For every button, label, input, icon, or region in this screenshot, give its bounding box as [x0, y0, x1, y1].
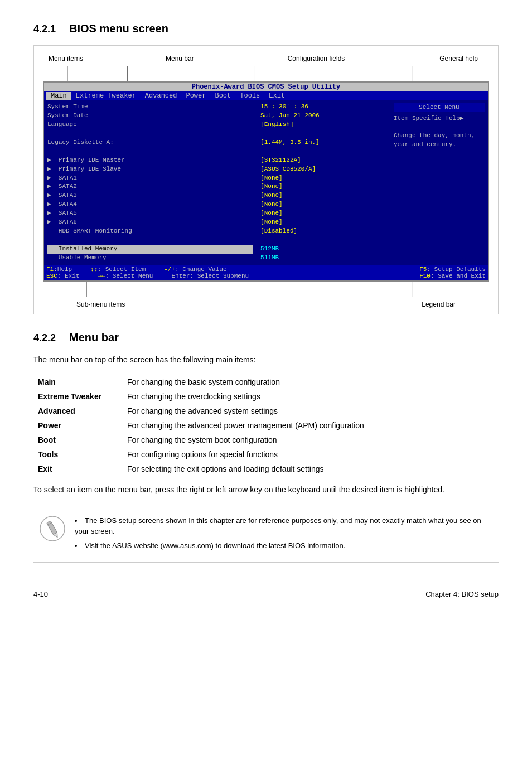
bios-val-system-time: 15 : 30' : 36	[260, 103, 386, 112]
bios-row-sata1: ▶ SATA1	[47, 174, 253, 183]
section-422-number: 4.2.2	[33, 332, 56, 344]
bios-val-spacer3	[260, 236, 386, 245]
bios-legend-f5: F5: Setup Defaults	[419, 266, 486, 273]
section-422: 4.2.2 Menu bar The menu bar on top of th…	[33, 331, 499, 563]
bios-legend-plusminus: -/+	[164, 266, 175, 273]
bios-legend-f1: F1	[46, 266, 54, 273]
bios-menu-exit[interactable]: Exit	[264, 92, 289, 100]
bios-val-sata5: [None]	[260, 209, 386, 218]
bios-help-title: Select Menu	[394, 103, 485, 112]
bios-legend-lr-arrows: →←	[98, 273, 105, 279]
bios-val-primary-slave: [ASUS CD8520/A]	[260, 165, 386, 174]
bios-val-system-date: Sat, Jan 21 2006	[260, 112, 386, 120]
bios-legend-change-val: : Change Value	[175, 266, 226, 273]
bios-row-sata3: ▶ SATA3	[47, 191, 253, 200]
bios-val-sata3: [None]	[260, 191, 386, 200]
bios-help-spacer	[394, 123, 485, 132]
sub-legend-labels: Sub-menu items Legend bar	[43, 301, 489, 308]
bios-legend: F1:Help ↕↕: Select Item -/+: Change Valu…	[44, 265, 488, 280]
menu-item-desc: For configuring options for special func…	[123, 447, 499, 462]
bios-help-line2: Change the day, month,	[394, 132, 485, 140]
bios-row-system-date: System Date	[47, 112, 253, 120]
bios-legend-exit: : Exit	[57, 273, 94, 279]
menu-table-row: ToolsFor configuring options for special…	[33, 447, 499, 462]
section-421-number: 4.2.1	[33, 23, 56, 35]
connector-lines	[43, 66, 489, 81]
sub-menu-label: Sub-menu items	[76, 301, 125, 308]
bios-row-sata6: ▶ SATA6	[47, 218, 253, 227]
bios-menu-advanced[interactable]: Advanced	[141, 92, 182, 100]
bios-menu-power[interactable]: Power	[181, 92, 210, 100]
menu-table-row: AdvancedFor changing the advanced system…	[33, 404, 499, 418]
footer-chapter: Chapter 4: BIOS setup	[425, 590, 499, 598]
bios-row-primary-master: ▶ Primary IDE Master	[47, 156, 253, 165]
menu-item-desc: For changing the basic system configurat…	[123, 375, 499, 389]
bios-row-hdd-smart: HDD SMART Monitoring	[47, 227, 253, 236]
bios-legend-esc: ESC	[46, 273, 57, 279]
footer-page-number: 4-10	[33, 590, 48, 598]
bios-legend-select-item: : Select Item	[98, 266, 160, 273]
bios-row-sata5: ▶ SATA5	[47, 209, 253, 218]
bios-row-spacer1	[47, 129, 253, 138]
bios-val-sata6: [None]	[260, 218, 386, 227]
note-icon	[39, 515, 66, 542]
menu-item-label: Advanced	[33, 404, 123, 418]
bios-row-sata4: ▶ SATA4	[47, 200, 253, 209]
bios-legend-f10: F10: Save and Exit	[419, 273, 486, 279]
menu-item-label: Extreme Tweaker	[33, 389, 123, 404]
bios-val-usable-mem: 511MB	[260, 254, 386, 263]
bios-title-bar: Phoenix-Award BIOS CMOS Setup Utility	[44, 83, 488, 91]
bios-legend-select-menu: : Select Menu	[105, 273, 168, 279]
svg-rect-7	[47, 521, 57, 535]
label-config-fields: Configuration fields	[277, 55, 355, 62]
bios-body: System Time System Date Language Legacy …	[44, 100, 488, 265]
bios-screen: Phoenix-Award BIOS CMOS Setup Utility Ma…	[43, 81, 489, 282]
menu-item-label: Tools	[33, 447, 123, 462]
section-421-title: BIOS menu screen	[69, 22, 168, 35]
menu-items-table: MainFor changing the basic system config…	[33, 375, 499, 476]
bios-left-section: System Time System Date Language Legacy …	[47, 103, 253, 263]
menu-item-desc: For changing the advanced system setting…	[123, 404, 499, 418]
menu-item-desc: For changing the advanced power manageme…	[123, 418, 499, 433]
menu-table-row: MainFor changing the basic system config…	[33, 375, 499, 389]
bios-val-language: [English]	[260, 120, 386, 129]
note-content: The BIOS setup screens shown in this cha…	[75, 515, 493, 555]
bios-val-spacer2	[260, 147, 386, 156]
bios-row-language: Language	[47, 120, 253, 129]
bios-val-installed-mem: 512MB	[260, 245, 386, 254]
menu-item-label: Power	[33, 418, 123, 433]
bios-menu-main[interactable]: Main	[46, 92, 71, 100]
bios-row-legacy: Legacy Diskette A:	[47, 138, 253, 147]
bios-legend-left: F1:Help ↕↕: Select Item -/+: Change Valu…	[46, 266, 249, 279]
bios-val-spacer1	[260, 129, 386, 138]
section-421-heading: 4.2.1 BIOS menu screen	[33, 22, 499, 35]
bios-legend-help: :Help	[54, 266, 86, 273]
bios-menu-tools[interactable]: Tools	[235, 92, 264, 100]
bios-row-sata2: ▶ SATA2	[47, 182, 253, 191]
bios-diagram: Menu items Menu bar Configuration fields…	[33, 45, 499, 314]
menu-item-desc: For selecting the exit options and loadi…	[123, 462, 499, 476]
label-menu-items: Menu items	[49, 55, 99, 62]
bios-row-installed-mem: Installed Memory	[47, 245, 253, 254]
bios-center-section: 15 : 30' : 36 Sat, Jan 21 2006 [English]…	[260, 103, 386, 263]
note-box: The BIOS setup screens shown in this cha…	[33, 507, 499, 563]
menu-table-row: BootFor changing the system boot configu…	[33, 433, 499, 447]
bios-legend-right: F5: Setup Defaults F10: Save and Exit	[419, 266, 486, 279]
bios-val-legacy: [1.44M, 3.5 in.]	[260, 138, 386, 147]
bios-val-hdd-smart: [Disabled]	[260, 227, 386, 236]
bios-val-sata2: [None]	[260, 182, 386, 191]
legend-bar-label: Legend bar	[422, 301, 456, 308]
label-general-help: General help	[422, 55, 478, 62]
menu-item-label: Main	[33, 375, 123, 389]
bios-menu-extreme[interactable]: Extreme Tweaker	[71, 92, 141, 100]
menu-table-row: Extreme TweakerFor changing the overcloc…	[33, 389, 499, 404]
bios-val-sata4: [None]	[260, 200, 386, 209]
page-footer: 4-10 Chapter 4: BIOS setup	[33, 585, 499, 598]
menu-item-desc: For changing the overclocking settings	[123, 389, 499, 404]
bios-row-spacer2	[47, 147, 253, 156]
menu-item-label: Exit	[33, 462, 123, 476]
bios-row-usable-mem: Usable Memory	[47, 254, 253, 263]
section-421: 4.2.1 BIOS menu screen Menu items Menu b…	[33, 22, 499, 314]
bottom-connector-lines	[43, 282, 489, 297]
bios-menu-boot[interactable]: Boot	[210, 92, 235, 100]
